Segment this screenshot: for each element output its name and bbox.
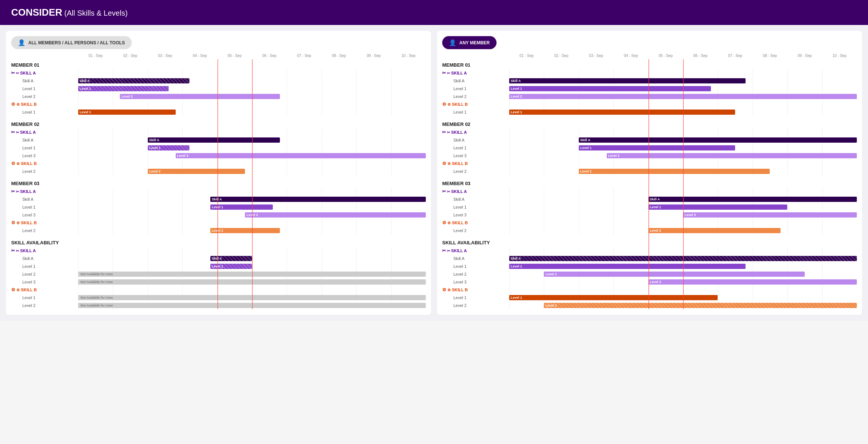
bar: Skill A	[78, 78, 189, 83]
row-label: Level 2	[22, 228, 35, 233]
skill-b-icon: ⚙	[11, 220, 15, 225]
section-title: MEMBER 01	[11, 59, 426, 69]
avail-skill-name: SKILL A	[451, 248, 467, 253]
bar: Skill A	[509, 78, 746, 83]
right-timeline: 01 - Sep02 - Sep03 - Sep04 - Sep05 - Sep…	[442, 54, 857, 309]
skill-row: Skill ASkill A	[11, 196, 426, 203]
row-label: Level 2	[453, 303, 466, 308]
bar: Level 2	[579, 169, 770, 174]
skill-a-icon: ✂	[442, 70, 446, 76]
skill-title-row: ⚙⚙SKILL B	[11, 101, 426, 108]
skill-row: Level 1Level 1	[442, 85, 857, 92]
availability-title: SKILL AVAILABILITY	[442, 237, 857, 247]
bar: Level 2	[544, 272, 805, 277]
skill-title-row: ✂✂SKILL A	[11, 188, 426, 195]
header: CONSIDER (All Skills & Levels)	[0, 0, 868, 25]
bar: Level 2	[210, 228, 280, 233]
row-label: Skill A	[22, 256, 33, 261]
availability-title: SKILL AVAILABILITY	[11, 237, 426, 247]
any-member-filter-button[interactable]: 👤 ANY MEMBER	[442, 36, 497, 49]
skill-name-label: SKILL A	[20, 189, 36, 194]
bar: Skill A	[210, 197, 426, 202]
header-title: CONSIDER	[11, 7, 62, 18]
skill-title-row: ⚙⚙SKILL B	[442, 160, 857, 167]
skill-name-label: SKILL B	[21, 102, 37, 107]
left-date-header: 01 - Sep02 - Sep03 - Sep04 - Sep05 - Sep…	[11, 54, 426, 58]
bar: Level 1	[509, 110, 735, 115]
all-members-label: ALL MEMBERS / ALL PERSONS / ALL TOOLS	[28, 40, 125, 45]
skill-b-icon2: ⚙	[447, 102, 451, 107]
bar: Level 1	[78, 86, 169, 91]
skill-name-label: SKILL A	[451, 71, 467, 75]
bar: Level 1	[509, 86, 711, 91]
skill-row: Skill ASkill A	[11, 136, 426, 144]
skill-b-icon: ⚙	[442, 287, 446, 292]
bar: Skill A	[210, 256, 252, 261]
skill-b-icon2: ⚙	[16, 221, 20, 225]
row-label: Skill A	[22, 197, 33, 202]
skill-row: Level 1Level 1	[11, 263, 426, 270]
all-members-filter-button[interactable]: 👤 ALL MEMBERS / ALL PERSONS / ALL TOOLS	[11, 36, 132, 49]
skill-name-label: SKILL B	[452, 102, 468, 107]
skill-a-icon2: ✂	[16, 130, 19, 134]
skill-name-label: SKILL A	[451, 130, 467, 134]
skill-row: Skill ASkill A	[442, 255, 857, 262]
avail-skill-title-row: ⚙⚙SKILL B	[11, 286, 426, 294]
skill-name-label: SKILL B	[21, 221, 37, 225]
skill-row: Level 2Level 2	[442, 168, 857, 175]
skill-name-label: SKILL A	[20, 71, 36, 75]
right-panel: 👤 ANY MEMBER 01 - Sep02 - Sep03 - Sep04 …	[437, 31, 862, 315]
section-title: MEMBER 03	[11, 178, 426, 187]
right-date-header: 01 - Sep02 - Sep03 - Sep04 - Sep05 - Sep…	[442, 54, 857, 58]
skill-row: Level 1Level 1	[11, 144, 426, 152]
skill-row: Level 1Level 1	[442, 144, 857, 152]
skill-row: Level 1Level 1	[11, 203, 426, 211]
skill-a-icon: ✂	[442, 248, 446, 253]
bar: Level 1	[509, 264, 746, 269]
bar: Level 2	[120, 94, 280, 99]
not-available-bar: Not Available for crew	[78, 272, 426, 277]
row-label: Level 1	[22, 110, 35, 114]
bar: Skill A	[148, 137, 280, 143]
skill-row: Skill ASkill A	[11, 255, 426, 262]
row-label: Level 1	[453, 110, 466, 114]
skill-name-label: SKILL A	[20, 130, 36, 134]
skill-a-icon2: ✂	[447, 190, 450, 194]
skill-a-icon2: ✂	[16, 71, 19, 75]
bar: Skill A	[509, 256, 857, 261]
user-icon-right: 👤	[449, 39, 456, 46]
main-content: 👤 ALL MEMBERS / ALL PERSONS / ALL TOOLS …	[0, 25, 868, 321]
skill-title-row: ✂✂SKILL A	[11, 129, 426, 136]
row-label: Level 1	[22, 264, 35, 269]
any-member-label: ANY MEMBER	[459, 40, 490, 45]
skill-row: Level 1Level 1	[442, 294, 857, 301]
skill-a-icon2: ✂	[447, 130, 450, 134]
skill-a-icon: ✂	[11, 130, 15, 135]
skill-title-row: ✂✂SKILL A	[442, 129, 857, 136]
row-label: Skill A	[453, 197, 465, 202]
row-label: Level 2	[22, 169, 35, 174]
skill-title-row: ⚙⚙SKILL B	[442, 101, 857, 108]
skill-row: Level 2Level 2	[442, 227, 857, 234]
bar: Skill A	[579, 137, 857, 143]
avail-skill-title-row: ⚙⚙SKILL B	[442, 286, 857, 294]
left-timeline: 01 - Sep02 - Sep03 - Sep04 - Sep05 - Sep…	[11, 54, 426, 309]
bar: Level 3	[245, 212, 426, 218]
bar: Level 3	[683, 212, 857, 218]
skill-row: Level 2Level 2	[442, 302, 857, 309]
skill-row: Level 3Not Available for crew	[11, 278, 426, 286]
skill-name-label: SKILL B	[21, 161, 37, 166]
bar: Level 2	[148, 169, 245, 174]
skill-title-row: ✂✂SKILL A	[442, 69, 857, 77]
skill-a-icon: ✂	[11, 248, 15, 253]
skill-row: Level 2Level 2	[442, 270, 857, 278]
bar: Level 2	[648, 228, 781, 233]
bar: Level 2	[544, 303, 857, 308]
row-label: Level 1	[453, 146, 466, 150]
row-label: Level 1	[22, 205, 35, 209]
skill-title-row: ⚙⚙SKILL B	[11, 160, 426, 167]
skill-a-icon: ✂	[11, 70, 15, 76]
row-label: Level 2	[22, 94, 35, 99]
skill-a-icon2: ✂	[447, 71, 450, 75]
bar: Level 3	[607, 153, 857, 158]
